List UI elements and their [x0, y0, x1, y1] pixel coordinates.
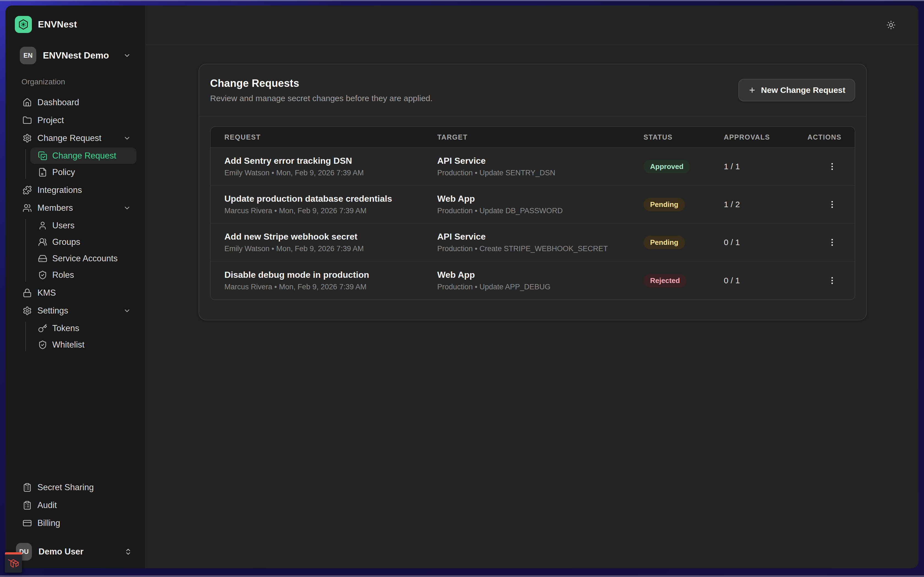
chevron-down-icon	[123, 307, 131, 314]
ellipsis-vertical-icon	[827, 200, 837, 209]
target-cell: API Service Production • Create STRIPE_W…	[437, 232, 643, 253]
ellipsis-vertical-icon	[827, 162, 837, 171]
sidebar-item-dashboard[interactable]: Dashboard	[13, 93, 137, 111]
target-meta: Production • Update APP_DEBUG	[437, 283, 643, 291]
laravel-corner-badge[interactable]	[5, 552, 22, 572]
request-meta: Emily Watson • Mon, Feb 9, 2026 7:39 AM	[225, 245, 437, 253]
sidebar-item-label: KMS	[37, 288, 56, 298]
sidebar-item-audit[interactable]: Audit	[13, 496, 137, 514]
request-meta: Marcus Rivera • Mon, Feb 9, 2026 7:39 AM	[225, 206, 437, 215]
status-badge: Approved	[643, 160, 690, 173]
sidebar-item-change-request[interactable]: Change Request	[30, 148, 136, 164]
table-row[interactable]: Add new Stripe webhook secret Emily Wats…	[211, 224, 855, 261]
request-title: Add new Stripe webhook secret	[225, 232, 437, 242]
sidebar-item-tokens[interactable]: Tokens	[30, 320, 136, 337]
gear-icon	[23, 134, 32, 143]
sidebar-item-users[interactable]: Users	[30, 218, 136, 234]
sidebar-item-roles[interactable]: Roles	[30, 267, 136, 283]
status-badge: Pending	[643, 198, 685, 211]
sidebar-section-label: Organization	[13, 77, 137, 86]
target-cell: API Service Production • Update SENTRY_D…	[437, 156, 643, 177]
target-title: API Service	[437, 156, 643, 166]
sidebar-item-label: Billing	[37, 518, 60, 528]
theme-toggle-button[interactable]	[882, 16, 900, 34]
sidebar-item-billing[interactable]: Billing	[13, 514, 137, 532]
sidebar-item-service-accounts[interactable]: Service Accounts	[30, 250, 136, 267]
sidebar-item-policy[interactable]: Policy	[30, 164, 136, 181]
main-header	[146, 5, 919, 45]
sidebar-item-label: Change Request	[52, 151, 116, 161]
sidebar-item-integrations[interactable]: Integrations	[13, 181, 137, 199]
sidebar-item-label: Members	[37, 203, 73, 213]
approvals-count: 0 / 1	[724, 276, 790, 285]
column-header-target: TARGET	[437, 133, 643, 141]
row-actions-button[interactable]	[824, 272, 840, 289]
main-area: Change Requests Review and manage secret…	[146, 5, 919, 568]
app-container: ENVNest EN ENVNest Demo Organization Das…	[5, 5, 919, 568]
sidebar-item-label: Users	[52, 221, 74, 230]
puzzle-icon	[23, 185, 32, 195]
laravel-logo-icon	[5, 554, 22, 572]
chevrons-up-down-icon	[124, 548, 132, 556]
table-row[interactable]: Add Sentry error tracking DSN Emily Wats…	[211, 148, 855, 186]
shield-check-icon	[38, 270, 47, 280]
sidebar-item-label: Tokens	[52, 323, 79, 333]
table-row[interactable]: Disable debug mode in production Marcus …	[211, 261, 855, 300]
table-header-row: REQUEST TARGET STATUS APPROVALS ACTIONS	[211, 127, 855, 148]
column-header-actions: ACTIONS	[790, 133, 855, 141]
shield-check-icon	[38, 340, 47, 350]
sidebar-item-whitelist[interactable]: Whitelist	[30, 337, 136, 353]
change-request-subnav: Change Request Policy	[25, 148, 136, 181]
workspace-switcher[interactable]: EN ENVNest Demo	[13, 47, 137, 64]
column-header-request: REQUEST	[211, 133, 437, 141]
status-badge: Pending	[643, 236, 685, 249]
change-requests-table: REQUEST TARGET STATUS APPROVALS ACTIONS …	[210, 126, 855, 300]
target-title: API Service	[437, 232, 643, 242]
row-actions-button[interactable]	[824, 196, 840, 213]
sidebar-item-change-request-group[interactable]: Change Request	[13, 129, 137, 147]
request-cell: Add Sentry error tracking DSN Emily Wats…	[211, 156, 437, 177]
actions-cell	[790, 234, 855, 251]
sidebar-footer: Secret Sharing Audit Billing DU Demo Use…	[13, 479, 137, 561]
sidebar-item-label: Dashboard	[37, 98, 79, 108]
new-change-request-label: New Change Request	[761, 85, 845, 95]
sidebar-item-settings[interactable]: Settings	[13, 302, 137, 319]
column-header-approvals: APPROVALS	[724, 133, 790, 141]
file-text-icon	[38, 168, 47, 177]
card-body: REQUEST TARGET STATUS APPROVALS ACTIONS …	[199, 116, 866, 310]
user-menu[interactable]: DU Demo User	[13, 543, 137, 561]
sidebar-item-groups[interactable]: Groups	[30, 234, 136, 250]
sidebar-item-project[interactable]: Project	[13, 111, 137, 129]
approvals-count: 1 / 1	[724, 162, 790, 171]
row-actions-button[interactable]	[824, 158, 840, 175]
change-requests-card: Change Requests Review and manage secret…	[199, 64, 867, 321]
ellipsis-vertical-icon	[827, 276, 837, 285]
actions-cell	[790, 158, 855, 175]
key-icon	[38, 324, 47, 333]
target-title: Web App	[437, 194, 643, 204]
sidebar-item-label: Integrations	[37, 185, 82, 195]
members-subnav: Users Groups Service Accounts Roles	[25, 218, 136, 283]
table-row[interactable]: Update production database credentials M…	[211, 186, 855, 224]
user-icon	[38, 221, 47, 230]
sun-icon	[886, 20, 896, 30]
sidebar-item-members[interactable]: Members	[13, 199, 137, 217]
row-actions-button[interactable]	[824, 234, 840, 251]
clipboard-list-icon	[23, 483, 32, 492]
target-meta: Production • Update SENTRY_DSN	[437, 169, 643, 177]
brand-name: ENVNest	[38, 19, 77, 30]
approvals-count: 1 / 2	[724, 200, 790, 209]
status-cell: Approved	[643, 160, 724, 173]
sidebar-item-secret-sharing[interactable]: Secret Sharing	[13, 479, 137, 496]
page-title: Change Requests	[210, 77, 433, 89]
new-change-request-button[interactable]: New Change Request	[738, 79, 855, 102]
request-meta: Emily Watson • Mon, Feb 9, 2026 7:39 AM	[225, 169, 437, 177]
status-badge: Rejected	[643, 274, 687, 287]
chevron-down-icon	[123, 204, 131, 212]
lock-icon	[23, 288, 32, 298]
target-cell: Web App Production • Update DB_PASSWORD	[437, 194, 643, 215]
sidebar-item-label: Whitelist	[52, 340, 84, 350]
sidebar-item-kms[interactable]: KMS	[13, 284, 137, 302]
folder-icon	[23, 116, 32, 125]
workspace-name: ENVNest Demo	[43, 50, 109, 61]
